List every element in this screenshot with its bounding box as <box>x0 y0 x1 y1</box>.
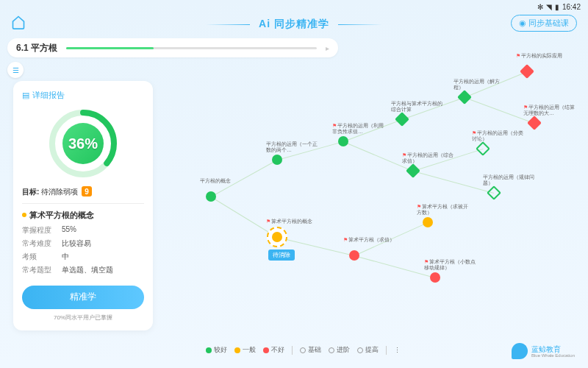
graph-node[interactable] <box>457 90 472 105</box>
status-bar: ✻ ◥ ▮ 16:42 <box>537 3 581 11</box>
node-label: ⚑平方根的运用（结算无理数的大… <box>523 105 575 117</box>
graph-node[interactable] <box>272 155 282 165</box>
graph-node[interactable] <box>395 112 409 127</box>
sidebar: ▤ 详细报告 36% 目标: 待消除弱项 9 算术平方根的概念 掌握程度55%常… <box>13 81 153 330</box>
next-icon[interactable]: ▸ <box>326 44 329 52</box>
node-label: ⚑平方根的实际应用 <box>516 53 567 59</box>
wifi-icon: ◥ <box>546 3 552 11</box>
gauge-percent: 36% <box>68 135 98 152</box>
report-title[interactable]: ▤ 详细报告 <box>22 90 144 101</box>
node-label: ⚑算术平方根的概念 <box>266 219 318 224</box>
battery-icon: ▮ <box>555 3 559 11</box>
clock: 16:42 <box>562 3 581 11</box>
node-label: ⚑算术平方根（求值） <box>343 237 395 243</box>
header: Ai 同步精准学 <box>0 13 588 35</box>
node-label: 平方根的运用（规律问题） <box>483 174 534 187</box>
goal-count-badge: 9 <box>82 186 92 197</box>
play-circle-icon: ◉ <box>519 18 526 28</box>
info-row: 常考难度比较容易 <box>22 238 144 249</box>
graph-node[interactable] <box>423 217 433 227</box>
node-label: 平方根的运用（一个正数的两个… <box>266 141 318 154</box>
graph-edge <box>413 171 494 194</box>
node-label: ⚑算术平方根（小数点移动规律） <box>424 259 476 272</box>
page-title: Ai 同步精准学 <box>197 18 391 31</box>
legend: 较好 一般 不好 基础 进阶 提高 ⋮ <box>206 345 401 355</box>
sync-course-button[interactable]: ◉ 同步基础课 <box>511 15 577 32</box>
info-row: 考频中 <box>22 252 144 262</box>
graph-node[interactable] <box>206 191 216 202</box>
graph-node[interactable] <box>476 141 490 156</box>
chapter-title: 6.1 平方根 <box>16 42 57 54</box>
node-label: 平方根的运用（解方程） <box>453 79 505 91</box>
graph-node[interactable] <box>267 227 287 247</box>
status-tag: 待消除 <box>268 250 295 261</box>
knowledge-graph[interactable]: 平方根的概念平方根的运用（一个正数的两个…⚑算术平方根的概念⚑平方根的运用（利用… <box>162 59 581 331</box>
chapter-bar: 6.1 平方根 ▸ <box>7 38 338 57</box>
graph-node[interactable] <box>527 116 542 130</box>
menu-toggle[interactable]: ☰ <box>7 62 24 78</box>
node-label: ⚑平方根的运用（综合求值） <box>402 152 453 165</box>
node-label: 平方根的概念 <box>200 178 251 184</box>
graph-node[interactable] <box>406 163 420 178</box>
node-label: 平方根与算术平方根的综合计算 <box>391 101 442 113</box>
graph-node[interactable] <box>338 136 348 146</box>
brand: 蓝鲸教育 Blue Whale Education <box>512 343 575 359</box>
chapter-progress <box>66 47 317 49</box>
info-row: 掌握程度55% <box>22 225 144 236</box>
more-icon[interactable]: ⋮ <box>394 347 401 354</box>
graph-edge <box>354 255 435 278</box>
info-row: 常考题型单选题、填空题 <box>22 265 144 275</box>
graph-node[interactable] <box>520 64 534 79</box>
mastery-gauge: 36% <box>46 107 120 180</box>
report-icon: ▤ <box>22 91 29 100</box>
graph-node[interactable] <box>487 185 501 200</box>
learn-button[interactable]: 精准学 <box>22 286 144 309</box>
brand-logo-icon <box>512 343 528 359</box>
goal-row: 目标: 待消除弱项 9 <box>22 186 144 197</box>
graph-node[interactable] <box>430 272 440 283</box>
graph-node[interactable] <box>349 250 359 261</box>
concept-title: 算术平方根的概念 <box>22 210 144 221</box>
footnote: 70%同水平用户已掌握 <box>22 314 144 322</box>
bluetooth-icon: ✻ <box>537 3 543 11</box>
node-label: ⚑算术平方根（求被开方数） <box>417 204 468 216</box>
node-label: ⚑平方根的运用（利用非负性求值… <box>332 123 384 135</box>
node-label: ⚑平方根的运用（分类讨论） <box>472 130 523 143</box>
